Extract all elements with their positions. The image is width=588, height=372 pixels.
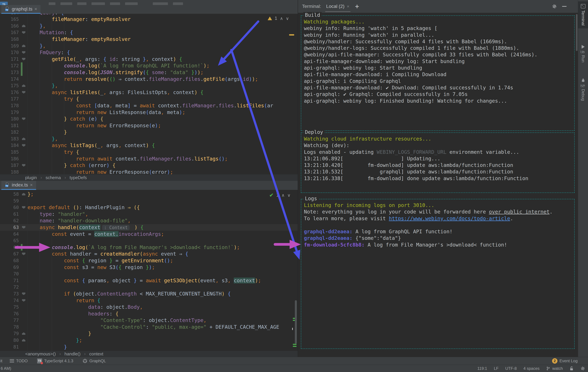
editor-index[interactable]: 58};5960export default (): HandlerPlugin…: [0, 190, 298, 351]
terminal-line: Listening for incoming logs on port 3010…: [304, 202, 572, 209]
tab-index-ts[interactable]: TS index.ts ×: [1, 181, 36, 190]
fold-marker[interactable]: [21, 89, 28, 96]
fold-marker[interactable]: [21, 204, 28, 211]
code-line: 81 }: [0, 344, 298, 350]
code-line: 58};: [0, 191, 298, 198]
breadcrumb-item[interactable]: typeDefs: [70, 175, 87, 180]
breadcrumb-item[interactable]: handle(): [64, 351, 80, 357]
chevron-up-icon[interactable]: ∧: [281, 193, 284, 197]
log-link[interactable]: https://www.webiny.com/docs/todo-article: [389, 216, 510, 221]
code-line: 165 fileManager: emptyResolver: [0, 16, 298, 23]
fold-marker[interactable]: [21, 142, 28, 149]
terminal-tab-local[interactable]: Local (2) ×: [326, 0, 349, 13]
chevron-up-icon[interactable]: ∧: [280, 16, 283, 21]
breadcrumb[interactable]: plugin›schema›typeDefs: [0, 174, 298, 181]
fold-marker[interactable]: [21, 291, 28, 297]
breadcrumb-item[interactable]: <anonymous>(): [25, 351, 56, 357]
code-line: 61 type: "handler",: [0, 211, 298, 218]
code-line: 74 return {: [0, 297, 298, 304]
tool-button-run[interactable]: 4: Run: [578, 42, 588, 65]
terminal-scrollbar[interactable]: [576, 14, 578, 51]
tool-button-git[interactable]: it: [0, 359, 2, 363]
lock-icon[interactable]: [569, 366, 574, 371]
line-number: 169: [0, 43, 21, 49]
fold-marker[interactable]: [21, 82, 28, 89]
tab-graphql-ts[interactable]: TS graphql.ts ×: [1, 5, 41, 14]
terminal-line: 13:21:06.892[ ] Updating...: [304, 155, 572, 162]
close-icon[interactable]: ×: [347, 4, 349, 9]
tool-button-typescript[interactable]: TS TypeScript 4.1.3: [37, 358, 73, 363]
breadcrumb[interactable]: <anonymous>()›handle()›context: [0, 351, 298, 357]
git-branch-widget[interactable]: watch: [546, 366, 563, 371]
code-line: 187 } catch (error) {: [0, 162, 298, 169]
fold-marker[interactable]: [21, 191, 28, 198]
fold-marker[interactable]: [21, 330, 28, 337]
fold-marker[interactable]: [21, 116, 28, 122]
terminal-line: Watching cloud infrastructure resources.…: [304, 136, 572, 142]
graphql-icon: [83, 359, 87, 363]
fold-marker[interactable]: [21, 136, 28, 142]
fold-marker[interactable]: [21, 23, 28, 29]
new-terminal-button[interactable]: +: [355, 3, 359, 10]
line-number: 167: [0, 29, 21, 36]
file-encoding[interactable]: UTF-8: [505, 366, 517, 371]
line-number: 175: [0, 82, 21, 89]
inspection-widget[interactable]: ✔ 1 ∧ ∨: [269, 192, 291, 198]
caret-position[interactable]: 119:1: [477, 366, 487, 371]
fold-marker[interactable]: [21, 162, 28, 169]
fold-marker[interactable]: [21, 224, 28, 231]
code-line: 178 const [data, meta] = await context.f…: [0, 102, 298, 109]
tool-button-debug[interactable]: 5: Debug: [578, 75, 588, 103]
editor1-tab-bar: TS graphql.ts ×: [0, 5, 298, 14]
terminal-line: api-file-manager-download: i Compiling D…: [304, 71, 572, 78]
breadcrumb-item[interactable]: schema: [45, 175, 61, 180]
status-dot: [41, 362, 43, 364]
breadcrumb-item[interactable]: context: [89, 351, 104, 357]
line-number: 79: [0, 330, 21, 337]
terminal-section-build: BuildWatching packages...webiny info: Ru…: [301, 15, 575, 131]
code-line: 59: [0, 198, 298, 204]
tool-button-graphql[interactable]: GraphQL: [83, 359, 106, 363]
code-line: 183 },: [0, 136, 298, 142]
fold-marker[interactable]: [21, 56, 28, 62]
code-line: 169 },: [0, 43, 298, 49]
tool-button-terminal[interactable]: Terminal: [578, 1, 588, 28]
editor-graphql[interactable]: 164 Query: {165 fileManager: emptyResolv…: [0, 14, 298, 174]
code-line: 76 headers: {: [0, 311, 298, 317]
fold-marker[interactable]: [21, 29, 28, 36]
terminal-line: webiny info: Running 'watch' in parallel…: [304, 32, 572, 38]
editor2-tab-bar: TS index.ts ×: [0, 181, 298, 190]
indent-style[interactable]: 4 spaces: [523, 366, 539, 371]
scrollbar-thumb[interactable]: [295, 300, 297, 344]
chevron-down-icon[interactable]: ∨: [287, 193, 291, 197]
fold-marker[interactable]: [21, 337, 28, 344]
chevron-down-icon[interactable]: ∨: [286, 16, 289, 21]
run-icon: [582, 45, 585, 49]
tool-button-event-log[interactable]: 2 Event Log: [552, 358, 578, 364]
line-number: 81: [0, 344, 21, 350]
gear-icon[interactable]: [552, 4, 557, 9]
code-line: 79 }: [0, 330, 298, 337]
chevron-right-icon: ›: [64, 175, 66, 180]
line-number: 182: [0, 129, 21, 136]
line-number: 166: [0, 23, 21, 29]
line-number: 165: [0, 16, 21, 23]
tool-button-todo[interactable]: TODO: [10, 359, 28, 363]
close-icon[interactable]: ×: [30, 183, 33, 187]
gear-icon[interactable]: [580, 366, 585, 371]
line-separator[interactable]: LF: [494, 366, 499, 371]
bug-icon: [581, 78, 585, 82]
fold-marker[interactable]: [21, 251, 28, 257]
close-icon[interactable]: ×: [34, 7, 37, 11]
breadcrumb-item[interactable]: plugin: [25, 175, 37, 180]
minimize-icon[interactable]: [562, 6, 567, 7]
line-number: 181: [0, 122, 21, 129]
code-line: 77 "Content-Type": object.ContentType,: [0, 317, 298, 324]
line-number: 78: [0, 324, 21, 330]
inspection-widget[interactable]: 1 ∧ ∨: [268, 16, 289, 21]
fold-marker[interactable]: [21, 297, 28, 304]
fold-marker[interactable]: [21, 43, 28, 49]
line-number: 180: [0, 116, 21, 122]
code-line: 175 },: [0, 82, 298, 89]
fold-marker[interactable]: [21, 49, 28, 56]
